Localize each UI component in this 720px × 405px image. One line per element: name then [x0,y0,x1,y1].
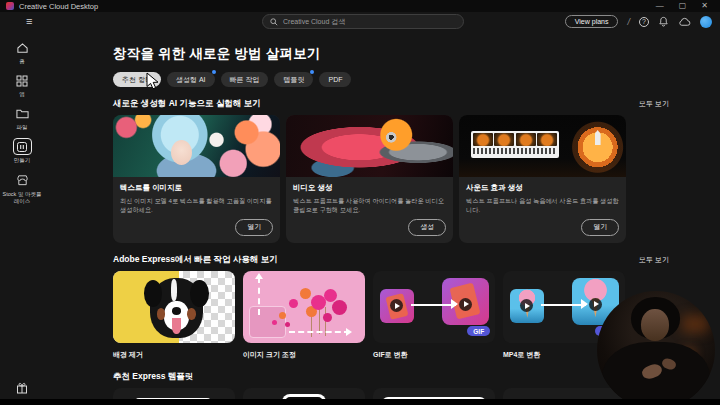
help-icon[interactable]: ? [639,17,649,27]
sidebar-item-label: 파일 [17,124,28,131]
see-all-link[interactable]: 모두 보기 [639,255,669,265]
rocket-art [595,130,601,145]
sidebar-item-stock-marketplace[interactable]: Stock 및 마켓플레이스 [0,172,44,205]
section-title-generative-ai: 새로운 생성형 AI 기능으로 실험해 보기 [113,98,261,110]
notification-dot [212,70,216,74]
filter-chip-quick-actions[interactable]: 빠른 작업 [221,72,269,87]
cloud-icon[interactable] [678,17,691,27]
notification-dot [310,70,314,74]
close-button[interactable]: ✕ [701,0,708,12]
bottom-black-bar [0,399,720,405]
card-resize-image[interactable] [243,271,365,343]
chip-label: PDF [328,76,342,83]
sidebar-item-files[interactable]: 파일 [0,105,44,131]
filter-chip-generative-ai[interactable]: 생성형 AI [167,72,215,87]
generate-button[interactable]: 생성 [408,219,446,236]
chip-label: 생성형 AI [176,76,206,83]
gift-icon [16,382,28,394]
filter-chips: 추천 항목 생성형 AI 빠른 작업 템플릿 PDF [113,72,669,87]
quick-action-label: GIF로 변환 [373,350,495,360]
card-description: 최신 이미지 모델 4로 텍스트를 활용해 고품질 이미지를 생성하세요. [120,196,273,215]
flowers-art [311,295,326,310]
resize-arrow-vertical [258,277,260,314]
facecam-overlay [597,291,715,405]
menu-icon[interactable]: ≡ [26,15,32,27]
quick-action-label: 배경 제거 [113,350,235,360]
section-title-templates: 추천 Express 템플릿 [113,371,193,383]
audio-waveform-art [473,148,558,154]
sidebar-item-label: 홈 [19,58,25,65]
card-title: 사운드 효과 생성 [466,183,619,193]
creative-cloud-desktop-window: Creative Cloud Desktop — ▢ ✕ ≡ Creative … [0,0,720,405]
sidebar-item-home[interactable]: 홈 [0,39,44,65]
open-button[interactable]: 열기 [235,219,273,236]
resize-arrow-horizontal [289,331,350,333]
window-title: Creative Cloud Desktop [19,2,98,11]
card-description: 텍스트 프롬프트나 음성 녹음에서 사운드 효과를 생성합니다. [466,196,619,215]
maximize-button[interactable]: ▢ [679,0,687,12]
card-title: 비디오 생성 [293,183,446,193]
open-button[interactable]: 열기 [581,219,619,236]
view-plans-button[interactable]: View plans [565,15,619,28]
sidebar-item-create[interactable]: 만들기 [0,138,44,164]
sidebar-item-label: Stock 및 마켓플레이스 [2,191,42,205]
search-icon [270,18,278,26]
divider: / [627,17,630,27]
filmstrip-art [471,131,560,158]
search-placeholder: Creative Cloud 검색 [283,17,345,27]
chip-label: 빠른 작업 [230,76,260,83]
gif-badge: GIF [467,326,490,336]
resize-frame-art [249,306,286,338]
create-icon [16,141,28,153]
card-generate-video[interactable]: 비디오 생성 텍스트 프롬프트를 사용하여 아이디어를 놀라운 비디오 클립으로… [286,115,453,243]
storefront-icon [16,174,29,186]
sidebar: 홈 앱 파일 만들기 Stock 및 마켓플레이스 새로운 기능 [0,31,44,405]
apps-icon [16,75,28,87]
titlebar: Creative Cloud Desktop — ▢ ✕ [0,0,720,12]
topbar: ≡ Creative Cloud 검색 View plans / ? [0,12,720,31]
conversion-arrow [541,304,586,306]
generate-video-thumbnail [286,115,453,177]
home-icon [16,42,29,54]
play-icon [589,298,602,311]
conversion-arrow [411,304,456,306]
bell-icon[interactable] [658,16,669,27]
section-title-quick-actions: Adobe Express에서 빠른 작업 사용해 보기 [113,254,278,266]
page-title: 창작을 위한 새로운 방법 살펴보기 [113,45,669,63]
card-text-to-image[interactable]: 텍스트를 이미지로 최신 이미지 모델 4로 텍스트를 활용해 고품질 이미지를… [113,115,280,243]
see-all-link[interactable]: 모두 보기 [639,99,669,109]
card-remove-background[interactable] [113,271,235,343]
play-icon [459,298,472,311]
quick-action-label: 이미지 크기 조정 [243,350,365,360]
filter-chip-templates[interactable]: 템플릿 [274,72,313,87]
chip-label: 템플릿 [283,76,304,83]
sidebar-item-label: 만들기 [14,157,31,164]
card-title: 텍스트를 이미지로 [120,183,273,193]
sound-effects-thumbnail [459,115,626,177]
text-to-image-thumbnail [113,115,280,177]
card-generate-sound-effects[interactable]: 사운드 효과 생성 텍스트 프롬프트나 음성 녹음에서 사운드 효과를 생성합니… [459,115,626,243]
search-input[interactable]: Creative Cloud 검색 [262,14,464,29]
filter-chip-pdf[interactable]: PDF [319,72,351,87]
account-avatar[interactable] [700,16,712,28]
creative-cloud-logo [6,2,14,10]
minimize-button[interactable]: — [656,0,664,12]
folder-icon [16,108,29,119]
mouse-cursor [146,72,159,90]
card-description: 텍스트 프롬프트를 사용하여 아이디어를 놀라운 비디오 클립으로 구현해 보세… [293,196,446,215]
sidebar-item-apps[interactable]: 앱 [0,72,44,98]
sidebar-item-label: 앱 [19,91,25,98]
card-convert-to-gif[interactable]: GIF [373,271,495,343]
